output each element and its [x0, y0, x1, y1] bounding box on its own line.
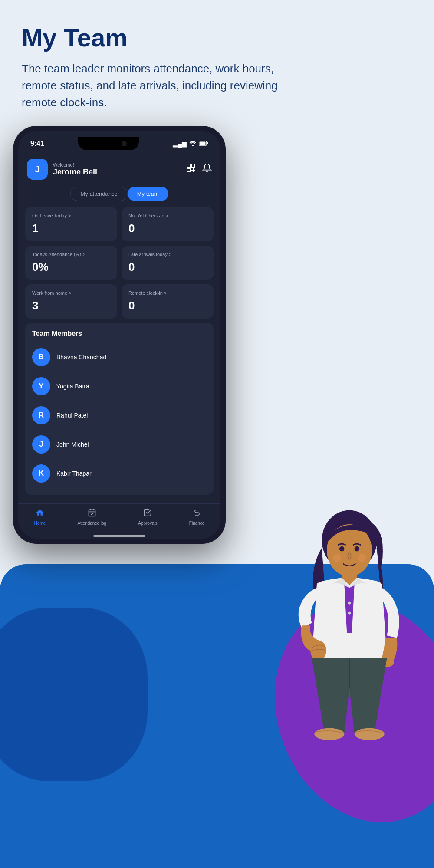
stat-remote-clockin-label: Remote clock-in >	[128, 290, 207, 296]
page-subtitle: The team leader monitors attendance, wor…	[22, 60, 304, 111]
user-avatar: J	[27, 159, 48, 180]
stat-not-checkin-value: 0	[128, 222, 207, 235]
svg-point-17	[339, 546, 345, 552]
user-name: Jerome Bell	[53, 168, 97, 177]
phone-inner: 9:41 ▂▄▆	[18, 131, 220, 539]
stat-on-leave-value: 1	[32, 222, 110, 235]
team-member[interactable]: R Rahul Patel	[32, 401, 207, 430]
member-avatar: Y	[32, 377, 50, 395]
nav-finance-label: Finance	[189, 521, 205, 526]
svg-rect-5	[191, 164, 195, 168]
member-avatar: J	[32, 435, 50, 454]
stat-not-checkin[interactable]: Not Yet Check-In > 0	[122, 207, 214, 241]
svg-point-19	[333, 554, 341, 562]
finance-icon	[193, 508, 201, 519]
stat-late-arrivals-value: 0	[128, 260, 207, 274]
stat-late-arrivals-label: Late arrivals today >	[128, 252, 207, 257]
stat-wfh-value: 3	[32, 299, 110, 312]
nav-attendance-label: Attendance log	[77, 521, 106, 526]
stat-wfh[interactable]: Work from home > 3	[25, 284, 117, 319]
team-member[interactable]: K Kabir Thapar	[32, 459, 207, 488]
status-time: 9:41	[30, 140, 44, 148]
tab-my-attendance[interactable]: My attendance	[70, 187, 127, 201]
svg-rect-9	[89, 510, 95, 516]
tab-my-team[interactable]: My team	[128, 187, 168, 201]
nav-approvals[interactable]: Approvals	[138, 508, 157, 526]
team-member[interactable]: Y Yogita Batra	[32, 372, 207, 401]
svg-point-21	[348, 602, 351, 605]
nav-finance[interactable]: Finance	[189, 508, 205, 526]
member-name: Rahul Patel	[56, 412, 88, 419]
team-member[interactable]: B Bhavna Chanchad	[32, 343, 207, 372]
stat-not-checkin-label: Not Yet Check-In >	[128, 213, 207, 218]
header-actions	[186, 163, 212, 176]
add-team-icon[interactable]	[186, 163, 196, 176]
team-members-list: B Bhavna Chanchad Y Yogita Batra R Rahul…	[32, 343, 207, 488]
stat-on-leave-label: On Leave Today >	[32, 213, 110, 218]
svg-point-18	[355, 546, 360, 552]
tabs-row: My attendance My team	[25, 187, 214, 201]
battery-icon	[199, 140, 208, 147]
member-avatar: K	[32, 464, 50, 483]
svg-point-20	[358, 554, 366, 562]
welcome-text: Welcome!	[53, 162, 97, 168]
member-avatar: B	[32, 348, 50, 366]
phone-content: J Welcome! Jerome Bell	[18, 153, 220, 503]
user-text: Welcome! Jerome Bell	[53, 162, 97, 177]
signal-icon: ▂▄▆	[173, 140, 187, 147]
svg-rect-3	[207, 142, 208, 144]
status-bar: 9:41 ▂▄▆	[18, 131, 220, 153]
stat-attendance-pct-label: Todays Attendance (%) >	[32, 252, 110, 257]
svg-point-27	[355, 728, 385, 740]
member-name: Kabir Thapar	[56, 470, 92, 477]
illustration	[273, 508, 425, 768]
phone-mockup: 9:41 ▂▄▆	[13, 126, 239, 544]
wifi-icon	[189, 140, 196, 147]
home-indicator	[93, 535, 145, 537]
notification-icon[interactable]	[202, 163, 212, 175]
stat-late-arrivals[interactable]: Late arrivals today > 0	[122, 246, 214, 280]
member-name: John Michel	[56, 441, 89, 448]
svg-point-0	[192, 145, 194, 146]
member-name: Bhavna Chanchad	[56, 354, 106, 361]
stat-remote-clockin-value: 0	[128, 299, 207, 312]
team-section-title: Team Members	[32, 330, 207, 338]
approvals-icon	[143, 508, 152, 519]
svg-rect-6	[187, 168, 191, 172]
attendance-log-icon	[88, 508, 96, 519]
nav-home[interactable]: Home	[34, 508, 46, 526]
stat-remote-clockin[interactable]: Remote clock-in > 0	[122, 284, 214, 319]
member-avatar: R	[32, 406, 50, 424]
nav-attendance-log[interactable]: Attendance log	[77, 508, 106, 526]
stat-attendance-pct-value: 0%	[32, 260, 110, 274]
team-section: Team Members B Bhavna Chanchad Y Yogita …	[25, 323, 214, 495]
team-member[interactable]: J John Michel	[32, 430, 207, 459]
stat-on-leave[interactable]: On Leave Today > 1	[25, 207, 117, 241]
home-icon	[36, 508, 44, 519]
user-info: J Welcome! Jerome Bell	[27, 159, 97, 180]
stat-wfh-label: Work from home >	[32, 290, 110, 296]
status-icons: ▂▄▆	[173, 140, 208, 147]
notch	[78, 137, 139, 150]
svg-point-26	[314, 728, 344, 740]
nav-approvals-label: Approvals	[138, 521, 157, 526]
page-title: My Team	[22, 24, 412, 52]
member-name: Yogita Batra	[56, 383, 89, 390]
user-header: J Welcome! Jerome Bell	[25, 153, 214, 184]
bottom-nav: Home Attendance log	[18, 503, 220, 533]
stat-attendance-pct[interactable]: Todays Attendance (%) > 0%	[25, 246, 117, 280]
phone-outer: 9:41 ▂▄▆	[13, 126, 226, 544]
nav-home-label: Home	[34, 521, 46, 526]
stats-grid: On Leave Today > 1 Not Yet Check-In > 0 …	[25, 207, 214, 319]
svg-point-22	[348, 612, 351, 615]
header-section: My Team The team leader monitors attenda…	[0, 0, 434, 124]
bg-shape-darkblue	[0, 608, 148, 781]
svg-rect-4	[187, 164, 191, 168]
svg-rect-2	[199, 142, 205, 145]
